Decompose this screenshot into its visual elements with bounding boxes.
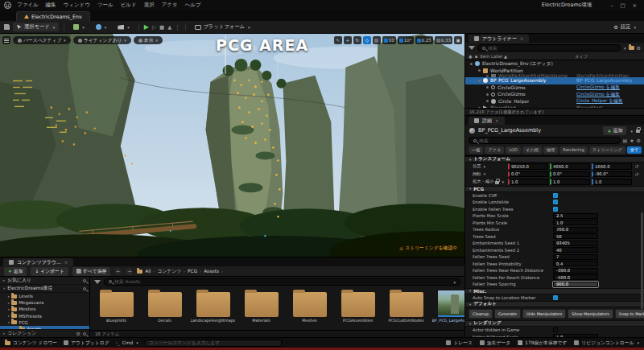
value-field[interactable]: 0.4 bbox=[553, 261, 598, 266]
scale-y-field[interactable]: 1.0 bbox=[550, 179, 590, 185]
outliner-row[interactable]: BP_PCG_LargeAssembly BP_PCG_LargeAssembl… bbox=[465, 77, 644, 84]
menu-item[interactable]: ヘルプ bbox=[185, 2, 201, 9]
outliner-row[interactable]: CircleGizmo CircleGizmo を編集 bbox=[465, 91, 644, 98]
filter-tab[interactable]: ストリーミング bbox=[589, 146, 625, 154]
unsaved-button[interactable]: 179個が未保存です bbox=[518, 340, 567, 347]
outliner-tab[interactable]: アウトライナー × bbox=[469, 35, 529, 43]
output-log-button[interactable]: アウトプットログ bbox=[64, 340, 109, 347]
details-scrollbar[interactable] bbox=[641, 212, 643, 309]
camera-speed-button[interactable]: 0.33 bbox=[435, 36, 452, 44]
scale-x-field[interactable]: 1.0 bbox=[508, 179, 548, 185]
breadcrumb-item[interactable]: コンテンツ bbox=[157, 268, 181, 275]
import-button[interactable]: ↓ インポート bbox=[31, 267, 68, 276]
search-icon[interactable] bbox=[83, 287, 86, 290]
value-field[interactable]: 900.0 bbox=[553, 282, 598, 287]
cinematics-dropdown[interactable] bbox=[114, 24, 134, 31]
value-field[interactable]: 93405 bbox=[553, 241, 598, 246]
section-transform[interactable]: トランスフォーム bbox=[465, 156, 644, 163]
details-search-input[interactable] bbox=[479, 138, 616, 143]
location-label[interactable]: 位置 bbox=[473, 163, 506, 169]
asset-tile[interactable]: PCGAssemblies bbox=[335, 287, 381, 323]
menu-item[interactable]: ファイル bbox=[17, 2, 39, 9]
breadcrumb-item[interactable]: Assets bbox=[204, 269, 219, 274]
scale-label[interactable]: 拡大・縮小 bbox=[473, 179, 506, 184]
rotation-label[interactable]: 回転 bbox=[473, 171, 506, 177]
outliner-search-input[interactable] bbox=[488, 46, 616, 51]
value-field[interactable]: 2.5 bbox=[553, 213, 598, 219]
filter-tab[interactable]: 全て bbox=[627, 146, 642, 154]
project-root-header[interactable]: ▾ ElectricDreams環境 bbox=[0, 285, 89, 293]
value-field[interactable]: 7 bbox=[553, 254, 598, 260]
viewport-mode-button[interactable]: ライティングあり bbox=[73, 36, 131, 44]
folder-tree-item[interactable]: ▸ Levels bbox=[0, 293, 89, 299]
filter-tab[interactable]: Rendering bbox=[559, 146, 588, 154]
close-tab-icon[interactable]: × bbox=[520, 36, 524, 41]
search-icon[interactable] bbox=[83, 279, 86, 282]
console-input[interactable] bbox=[149, 340, 278, 345]
viewport-mode-button[interactable]: 表示 bbox=[134, 36, 163, 44]
folder-tree-item[interactable]: ▸ PCG bbox=[0, 319, 89, 326]
section-rendering[interactable]: レンダリング bbox=[465, 320, 644, 327]
visibility-icon[interactable] bbox=[470, 63, 473, 65]
filter-tab[interactable]: その他 bbox=[522, 146, 542, 154]
visibility-column-icon[interactable]: ◉ bbox=[469, 54, 473, 59]
saved-search-caret[interactable] bbox=[452, 279, 456, 285]
trace-button[interactable]: トレース bbox=[446, 340, 473, 347]
asset-tile[interactable]: BP_PCG_LargeAssembly bbox=[431, 287, 464, 323]
location-y-field[interactable]: 4060.0 bbox=[550, 163, 590, 170]
outliner-row[interactable]: WorldPartition bbox=[465, 68, 644, 75]
rotation-z-field[interactable]: -90.0° bbox=[592, 171, 632, 178]
asset-search-box[interactable] bbox=[104, 278, 460, 286]
checkbox[interactable] bbox=[553, 193, 558, 198]
outliner-row[interactable]: WorldPartitionMiniMapVolume WorldPartiti… bbox=[465, 74, 644, 77]
default-action-button[interactable]: Cleanup bbox=[469, 309, 493, 319]
actor-type[interactable]: Circle_Helper を編集 bbox=[576, 97, 642, 105]
reset-icon[interactable]: ↺ bbox=[634, 163, 640, 169]
folder-tree-item[interactable]: ▸ Megascans bbox=[0, 299, 89, 306]
add-component-button[interactable]: + 追加 bbox=[603, 126, 626, 135]
visibility-icon[interactable] bbox=[486, 93, 489, 96]
filter-tab[interactable]: 一般 bbox=[469, 146, 483, 154]
menu-item[interactable]: ビルド bbox=[121, 2, 137, 9]
level-viewport[interactable]: PCG AREA パースペクティブ ライ bbox=[0, 34, 464, 257]
favorites-icon[interactable]: ★ bbox=[630, 138, 634, 143]
frame-skip-button[interactable]: ▷ bbox=[152, 24, 156, 31]
console-input-box[interactable] bbox=[145, 340, 282, 347]
filter-tab[interactable]: アクタ bbox=[485, 146, 504, 154]
grid-snap-button[interactable]: 10 bbox=[382, 36, 396, 44]
level-tab[interactable]: ElectricDreams_Env bbox=[16, 11, 90, 21]
outliner-row[interactable]: ElectricDreams_Env (エディタ) bbox=[465, 60, 644, 68]
outliner-search-box[interactable] bbox=[477, 44, 621, 51]
menu-item[interactable]: アクタ bbox=[162, 2, 178, 9]
collections-header[interactable]: ▸ コレクション ⚙ bbox=[0, 329, 89, 337]
location-z-field[interactable]: 1660.0 bbox=[592, 163, 632, 170]
asset-tile[interactable]: LandscapeHeightmaps bbox=[190, 287, 236, 323]
back-button[interactable]: ← bbox=[114, 268, 122, 275]
minimize-button[interactable]: – bbox=[610, 2, 613, 9]
favorites-header[interactable]: ▸ お気に入り bbox=[0, 277, 89, 285]
menu-item[interactable]: ウィンドウ bbox=[64, 2, 90, 9]
actor-type[interactable]: WorldPartitionMiniMap bbox=[576, 74, 642, 77]
gear-icon[interactable]: ⚙ bbox=[637, 45, 641, 51]
outliner-row[interactable]: CircleGizmo CircleGizmo を編集 bbox=[465, 84, 644, 92]
rotation-snap-button[interactable]: 10° bbox=[398, 36, 414, 44]
move-tool-button[interactable]: + bbox=[344, 36, 352, 44]
viewport-mode-button[interactable]: パースペクティブ bbox=[13, 36, 71, 44]
close-tab-icon[interactable]: × bbox=[64, 260, 68, 265]
maximize-button[interactable]: □ bbox=[620, 2, 625, 9]
scale-tool-button[interactable]: ◇ bbox=[363, 36, 371, 44]
actor-type[interactable]: BP_PCG_LargeAssembly bbox=[576, 78, 642, 83]
asset-search-input[interactable] bbox=[114, 279, 450, 284]
value-field[interactable]: 700.0 bbox=[553, 227, 598, 233]
save-all-button[interactable]: すべて保存 bbox=[72, 267, 110, 276]
details-tab[interactable]: 詳細 × bbox=[469, 117, 505, 125]
default-action-button[interactable]: Snap to Marker bbox=[615, 309, 644, 319]
asset-tile[interactable]: Materials bbox=[238, 287, 284, 323]
default-action-button[interactable]: Hide Manipulators bbox=[522, 309, 566, 319]
add-content-button[interactable]: + 追加 bbox=[4, 267, 27, 276]
play-options-button[interactable]: ⋮ bbox=[175, 24, 180, 31]
rotation-y-field[interactable]: 0.0° bbox=[550, 171, 590, 178]
content-drawer-button[interactable]: コンテンツ ドロワー bbox=[5, 340, 57, 347]
lock-icon[interactable] bbox=[636, 130, 640, 133]
value-field[interactable]: -390.0 bbox=[553, 268, 598, 274]
